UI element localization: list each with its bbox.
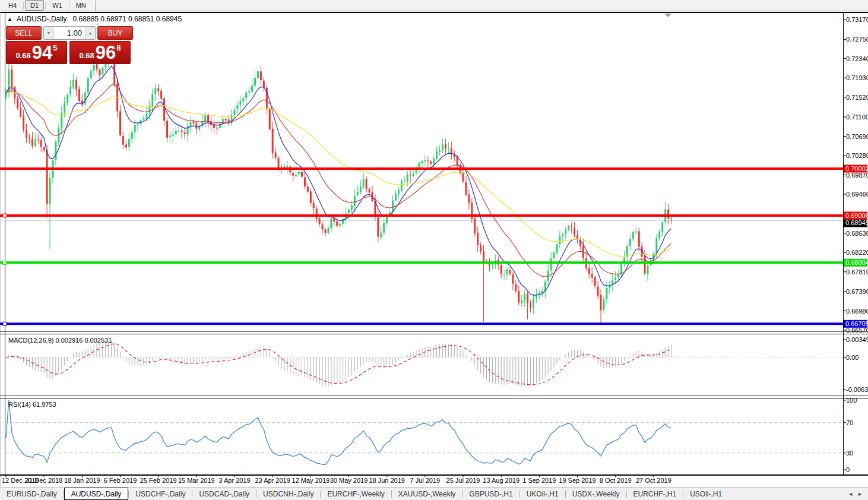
- sell-price-big: 94: [32, 44, 52, 62]
- chart-canvas: 0.731700.727500.723400.719300.715200.711…: [0, 0, 868, 500]
- svg-text:100: 100: [846, 397, 857, 404]
- sell-price-box[interactable]: 0.68 94 5: [6, 41, 67, 64]
- date-label: 1 Sep 2019: [522, 477, 556, 484]
- tab-eurchf-weekly[interactable]: EURCHF-,Weekly: [321, 488, 391, 500]
- svg-text:0.68945: 0.68945: [845, 219, 868, 226]
- rsi-pane: 10070300: [5, 397, 857, 473]
- timeframe-MN[interactable]: MN: [71, 0, 91, 11]
- tab-ukoil-h1[interactable]: UKOil-,H1: [520, 488, 565, 500]
- date-label: 13 Aug 2019: [483, 477, 519, 484]
- tab-xauusd-weekly[interactable]: XAUUSD-,Weekly: [392, 488, 462, 500]
- mt-terminal: { "toolbar": { "timeframes": ["H4","D1",…: [0, 0, 868, 500]
- tab-eurchf-h1[interactable]: EURCHF-,H1: [627, 488, 683, 500]
- date-axis[interactable]: 12 Dec 201831 Dec 201818 Jan 20196 Feb 2…: [2, 474, 671, 484]
- one-click-trading-panel: SELL ▼ ▲ BUY 0.68 94 5 0.68 96 8: [6, 26, 133, 64]
- timeframe-H4[interactable]: H4: [3, 0, 22, 11]
- svg-text:0.70002: 0.70002: [845, 165, 868, 172]
- date-label: 8 Oct 2019: [600, 477, 632, 484]
- timeframe-D1[interactable]: D1: [25, 0, 44, 11]
- sell-button[interactable]: SELL: [6, 26, 42, 40]
- horizontal-lines[interactable]: 0.700020.690060.680040.66705: [0, 165, 868, 328]
- symbol-period-label: AUDUSD-,Daily: [17, 15, 67, 23]
- chart-title: ▲AUDUSD-,Daily0.68885 0.68971 0.68851 0.…: [7, 15, 182, 23]
- toolbar-separator: [23, 2, 24, 10]
- date-label: 3 Apr 2019: [218, 477, 250, 484]
- toolbar-separator: [69, 2, 69, 10]
- svg-text:0.00349: 0.00349: [846, 336, 868, 343]
- svg-text:0.70280: 0.70280: [846, 152, 868, 159]
- tab-gbpusd-h1[interactable]: GBPUSD-,H1: [462, 488, 519, 500]
- buy-price-pip: 8: [116, 43, 121, 52]
- date-label: 18 Jun 2019: [369, 477, 405, 484]
- svg-text:0.70690: 0.70690: [846, 133, 868, 140]
- candles: [5, 52, 672, 325]
- buy-button[interactable]: BUY: [97, 26, 133, 40]
- macd-pane: 0.003490.00-0.00637: [5, 336, 868, 393]
- tab-audusd-daily[interactable]: AUDUSD-,Daily: [64, 488, 129, 500]
- window-collapse-icon: [664, 14, 671, 17]
- svg-text:0.73170: 0.73170: [846, 16, 868, 23]
- svg-text:0.69006: 0.69006: [845, 212, 868, 219]
- date-label: 18 Jan 2019: [64, 477, 100, 484]
- tab-eurusd-daily[interactable]: EURUSD-,Daily: [0, 488, 64, 500]
- svg-text:0.68004: 0.68004: [845, 259, 868, 266]
- date-label: 19 Sep 2019: [559, 477, 595, 484]
- svg-text:0.69460: 0.69460: [846, 191, 868, 198]
- one-click-panel-toggle-icon[interactable]: ▲: [7, 16, 12, 22]
- buy-price-box[interactable]: 0.68 96 8: [69, 41, 131, 64]
- volume-spinner: ▼ ▲: [43, 26, 96, 40]
- buy-price-big: 96: [96, 44, 116, 62]
- date-label: 23 Apr 2019: [255, 477, 290, 484]
- tabs-scroll-right-icon[interactable]: ►: [857, 491, 863, 497]
- volume-input[interactable]: [54, 27, 85, 39]
- date-label: 7 Jul 2019: [410, 477, 440, 484]
- date-label: 31 Dec 2018: [26, 477, 62, 484]
- price-axis: 0.731700.727500.723400.719300.715200.711…: [843, 16, 868, 334]
- window-frames: [0, 12, 868, 487]
- svg-text:0.71520: 0.71520: [846, 94, 868, 101]
- svg-text:0.66980: 0.66980: [846, 308, 868, 315]
- sell-price-fraction: 0.68: [15, 51, 30, 60]
- toolbar-separator: [45, 2, 46, 10]
- tab-usdcnh-daily[interactable]: USDCNH-,Daily: [256, 488, 320, 500]
- rsi-indicator-label: RSI(14) 61.9753: [8, 401, 56, 408]
- tabs-scroll-left-icon[interactable]: ◄: [848, 491, 853, 497]
- date-label: 6 Feb 2019: [104, 477, 137, 484]
- svg-text:0: 0: [846, 466, 850, 473]
- ma-mid: [6, 85, 671, 277]
- svg-text:-0.00637: -0.00637: [846, 386, 868, 393]
- hline-handle: [3, 214, 7, 217]
- date-label: 12 May 2019: [292, 477, 330, 484]
- tab-scroll-arrows: ◄►: [848, 488, 868, 500]
- tab-usdx-weekly[interactable]: USDX-,Weekly: [566, 488, 626, 500]
- svg-text:0.68220: 0.68220: [846, 249, 868, 256]
- date-label: 25 Feb 2019: [140, 477, 177, 484]
- date-label: 15 Mar 2019: [178, 477, 215, 484]
- svg-text:0.72750: 0.72750: [846, 36, 868, 43]
- buy-price-fraction: 0.68: [79, 51, 94, 60]
- tab-usdcad-daily[interactable]: USDCAD-,Daily: [192, 488, 256, 500]
- svg-text:0.67810: 0.67810: [846, 268, 868, 276]
- hline-handle: [3, 322, 7, 325]
- date-label: 30 May 2019: [330, 477, 368, 484]
- svg-text:0.67390: 0.67390: [846, 288, 868, 295]
- svg-text:0.00: 0.00: [846, 354, 859, 361]
- volume-increase-icon[interactable]: ▲: [85, 27, 95, 39]
- tab-usdchf-daily[interactable]: USDCHF-,Daily: [129, 488, 192, 500]
- volume-decrease-icon[interactable]: ▼: [44, 27, 54, 39]
- date-label: 27 Oct 2019: [636, 477, 671, 484]
- sell-price-pip: 5: [53, 43, 57, 52]
- date-label: 25 Jul 2019: [446, 477, 480, 484]
- tab-usoil-h1[interactable]: USOil-,H1: [683, 488, 728, 500]
- svg-text:0.72340: 0.72340: [846, 55, 868, 62]
- ohlc-values: 0.68885 0.68971 0.68851 0.68945: [73, 15, 182, 23]
- svg-text:70: 70: [846, 419, 853, 426]
- timeframe-W1[interactable]: W1: [47, 0, 68, 11]
- current-price-label: 0.68945: [844, 219, 868, 227]
- symbol-tabbar: EURUSD-,DailyAUDUSD-,DailyUSDCHF-,DailyU…: [0, 488, 868, 500]
- svg-text:0.66705: 0.66705: [845, 320, 868, 327]
- macd-indicator-label: MACD(12,26,9) 0.002916 0.002531: [8, 337, 112, 344]
- svg-text:0.71100: 0.71100: [846, 113, 868, 121]
- svg-text:30: 30: [846, 450, 853, 457]
- rsi-line: [6, 400, 671, 465]
